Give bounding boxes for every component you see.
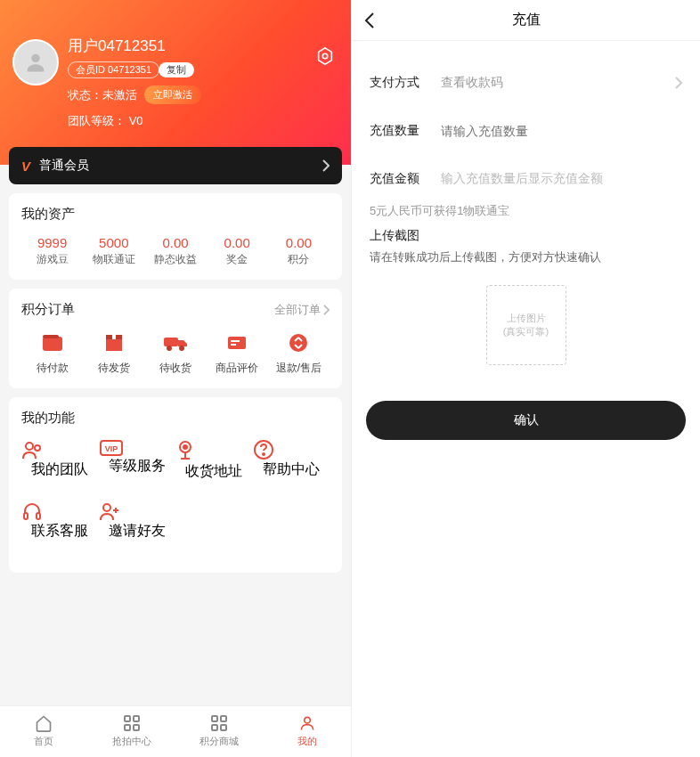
upload-title: 上传截图 <box>352 228 700 244</box>
member-id-pill: 会员ID 04712351 <box>68 61 159 78</box>
v-icon: V <box>21 159 30 174</box>
asset-item[interactable]: 9999游戏豆 <box>21 235 83 267</box>
username: 用户04712351 <box>68 36 338 56</box>
svg-point-20 <box>183 445 187 449</box>
team-tier-label: 团队等级： <box>68 114 126 127</box>
chevron-right-icon <box>322 159 330 172</box>
hero-section: 用户04712351 会员ID 04712351 复制 状态： 未激活 立即激活… <box>0 0 351 165</box>
orders-card: 积分订单 全部订单 待付款 待发货 待收货 商品评价 退款/售后 <box>9 289 342 388</box>
back-button[interactable] <box>364 12 375 29</box>
refund-icon <box>268 330 330 355</box>
card-icon <box>207 330 268 355</box>
svg-point-34 <box>304 717 310 723</box>
activate-button[interactable]: 立即激活 <box>144 85 201 104</box>
assets-card: 我的资产 9999游戏豆 5000物联通证 0.00静态收益 0.00奖金 0.… <box>9 193 342 280</box>
func-address[interactable]: 收货地址 <box>175 439 253 481</box>
tab-mine[interactable]: 我的 <box>264 713 352 748</box>
orders-title: 积分订单 <box>21 301 75 318</box>
confirm-button[interactable]: 确认 <box>366 401 686 440</box>
amount-row: 充值金额 输入充值数量后显示充值金额 <box>352 155 700 203</box>
pay-method-row[interactable]: 支付方式 查看收款码 <box>352 59 700 107</box>
wallet-icon <box>21 330 83 355</box>
asset-item[interactable]: 0.00奖金 <box>207 235 268 267</box>
profile-panel: 用户04712351 会员ID 04712351 复制 状态： 未激活 立即激活… <box>0 0 351 757</box>
svg-rect-7 <box>112 335 116 339</box>
assets-title: 我的资产 <box>21 206 330 223</box>
amount-label: 充值金额 <box>370 171 441 187</box>
user-icon <box>264 713 352 733</box>
tab-mall[interactable]: 积分商城 <box>175 713 264 748</box>
svg-rect-5 <box>106 338 122 351</box>
func-vip-service[interactable]: VIP等级服务 <box>99 439 176 481</box>
svg-rect-29 <box>134 725 139 730</box>
svg-rect-24 <box>37 513 40 519</box>
pay-method-label: 支付方式 <box>370 75 441 91</box>
svg-rect-33 <box>221 725 226 730</box>
mall-icon <box>175 713 264 733</box>
func-my-team[interactable]: 我的团队 <box>21 439 99 481</box>
recharge-panel: 充值 支付方式 查看收款码 充值数量 充值金额 输入充值数量后显示充值金额 5元… <box>351 0 700 757</box>
upload-box[interactable]: 上传图片 (真实可靠) <box>486 285 566 365</box>
asset-item[interactable]: 5000物联通证 <box>83 235 144 267</box>
invite-icon <box>99 501 176 522</box>
svg-point-2 <box>31 54 39 62</box>
avatar[interactable] <box>12 39 59 85</box>
rate-hint: 5元人民币可获得1物联通宝 <box>352 203 700 228</box>
pay-method-value: 查看收款码 <box>441 75 675 91</box>
grid-icon <box>88 713 176 733</box>
func-help[interactable]: 帮助中心 <box>253 439 330 481</box>
page-title: 充值 <box>512 11 541 29</box>
qty-input[interactable] <box>441 124 682 138</box>
order-refund[interactable]: 退款/售后 <box>268 330 330 376</box>
svg-rect-13 <box>231 344 236 346</box>
svg-rect-32 <box>212 725 217 730</box>
svg-rect-30 <box>212 716 217 721</box>
functions-card: 我的功能 我的团队 VIP等级服务 收货地址 帮助中心 联系客服 邀请好友 <box>9 397 342 573</box>
asset-item[interactable]: 0.00静态收益 <box>144 235 206 267</box>
svg-point-25 <box>103 504 110 511</box>
svg-rect-28 <box>125 725 130 730</box>
order-review[interactable]: 商品评价 <box>207 330 268 376</box>
team-icon <box>21 439 99 460</box>
home-icon <box>0 713 88 733</box>
chevron-right-icon <box>675 77 682 89</box>
copy-button[interactable]: 复制 <box>159 62 194 77</box>
all-orders-link[interactable]: 全部订单 <box>274 302 330 318</box>
svg-point-16 <box>35 445 40 451</box>
svg-point-14 <box>289 334 307 352</box>
order-pending-payment[interactable]: 待付款 <box>21 330 83 376</box>
bottom-nav: 首页 抢拍中心 积分商城 我的 <box>0 705 351 757</box>
functions-title: 我的功能 <box>21 410 330 427</box>
func-invite[interactable]: 邀请好友 <box>99 501 176 541</box>
asset-item[interactable]: 0.00积分 <box>268 235 330 267</box>
member-bar-label: 普通会员 <box>39 158 89 174</box>
svg-rect-27 <box>134 716 139 721</box>
tab-home[interactable]: 首页 <box>0 713 88 748</box>
order-pending-shipment[interactable]: 待发货 <box>83 330 144 376</box>
vip-icon: VIP <box>99 439 176 457</box>
svg-rect-11 <box>228 337 246 349</box>
status-value: 未激活 <box>102 87 137 103</box>
svg-point-22 <box>263 453 265 455</box>
svg-rect-23 <box>24 513 28 519</box>
settings-icon[interactable] <box>315 46 335 66</box>
func-service[interactable]: 联系客服 <box>21 501 99 541</box>
order-pending-receipt[interactable]: 待收货 <box>144 330 206 376</box>
truck-icon <box>144 330 206 355</box>
tab-auction[interactable]: 抢拍中心 <box>88 713 176 748</box>
svg-rect-3 <box>43 337 62 351</box>
upload-subtitle: 请在转账成功后上传截图，方便对方快速确认 <box>352 244 700 276</box>
svg-rect-8 <box>164 338 178 346</box>
header: 充值 <box>352 0 700 41</box>
svg-marker-0 <box>319 48 332 64</box>
svg-rect-26 <box>125 716 130 721</box>
location-icon <box>175 439 253 462</box>
svg-point-10 <box>179 346 184 351</box>
qty-label: 充值数量 <box>370 123 441 139</box>
svg-rect-31 <box>221 716 226 721</box>
help-icon <box>253 439 330 460</box>
svg-rect-12 <box>231 340 240 342</box>
member-bar[interactable]: V 普通会员 <box>9 147 342 184</box>
svg-point-1 <box>322 53 328 59</box>
status-label: 状态： <box>68 87 102 103</box>
